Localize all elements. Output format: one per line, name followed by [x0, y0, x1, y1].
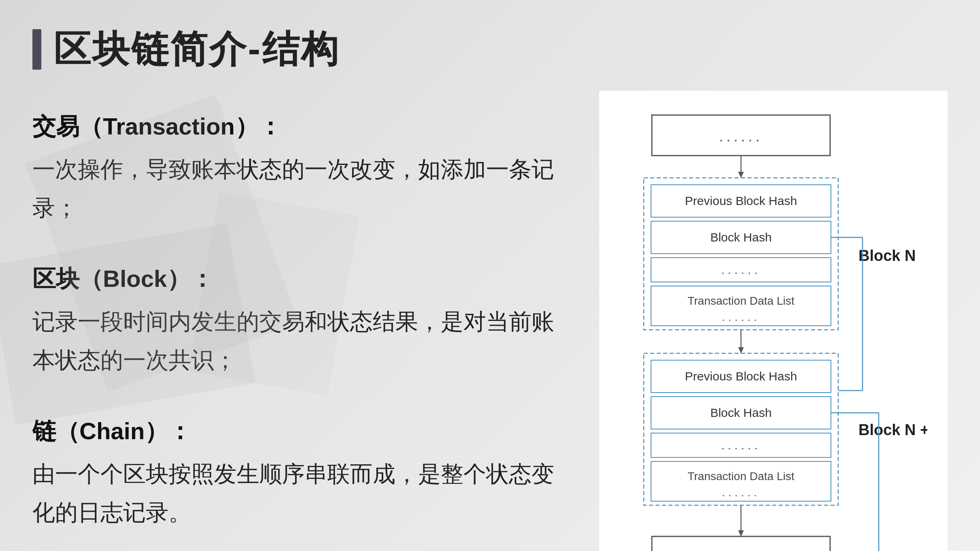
- svg-text:......: ......: [719, 549, 763, 551]
- svg-text:Block N: Block N: [858, 247, 916, 264]
- svg-marker-20: [738, 347, 744, 353]
- svg-text:......: ......: [722, 311, 760, 323]
- definition-chain: 链（Chain）： 由一个个区块按照发生顺序串联而成，是整个状态变化的日志记录。: [32, 412, 575, 532]
- svg-text:......: ......: [722, 486, 760, 499]
- accent-bar: [32, 29, 41, 70]
- term-block: 区块（Block）：: [32, 259, 575, 298]
- definition-transaction: 交易（Transaction）： 一次操作，导致账本状态的一次改变，如添加一条记…: [32, 107, 575, 227]
- svg-text:Transaction Data List: Transaction Data List: [687, 470, 794, 483]
- svg-text:......: ......: [721, 263, 761, 276]
- slide: 区块链简介-结构 交易（Transaction）： 一次操作，导致账本状态的一次…: [0, 0, 980, 551]
- term-transaction: 交易（Transaction）：: [32, 107, 575, 146]
- svg-rect-38: [652, 536, 830, 551]
- svg-marker-37: [738, 530, 744, 536]
- svg-text:Block Hash: Block Hash: [710, 406, 772, 419]
- svg-text:......: ......: [721, 438, 761, 452]
- svg-text:......: ......: [719, 128, 763, 145]
- text-area: 交易（Transaction）： 一次操作，导致账本状态的一次改变，如添加一条记…: [32, 91, 575, 551]
- page-title: 区块链简介-结构: [53, 24, 340, 75]
- main-content: 交易（Transaction）： 一次操作，导致账本状态的一次改变，如添加一条记…: [0, 91, 980, 551]
- blockchain-diagram: ...... Previous Block Hash Block Hash ..…: [619, 111, 927, 551]
- diagram-area: ...... Previous Block Hash Block Hash ..…: [599, 91, 948, 551]
- desc-block: 记录一段时间内发生的交易和状态结果，是对当前账本状态的一次共识；: [32, 309, 554, 373]
- svg-text:Transaction Data List: Transaction Data List: [687, 295, 794, 307]
- svg-text:Block N + 1: Block N + 1: [858, 421, 927, 438]
- desc-transaction: 一次操作，导致账本状态的一次改变，如添加一条记录；: [32, 156, 554, 220]
- svg-marker-3: [738, 172, 744, 178]
- svg-text:Previous Block Hash: Previous Block Hash: [685, 369, 797, 383]
- svg-text:Block Hash: Block Hash: [710, 231, 772, 244]
- svg-text:Previous Block Hash: Previous Block Hash: [685, 194, 797, 207]
- header: 区块链简介-结构: [0, 0, 980, 91]
- term-chain: 链（Chain）：: [32, 412, 575, 451]
- definition-block: 区块（Block）： 记录一段时间内发生的交易和状态结果，是对当前账本状态的一次…: [32, 259, 575, 379]
- desc-chain: 由一个个区块按照发生顺序串联而成，是整个状态变化的日志记录。: [32, 461, 554, 525]
